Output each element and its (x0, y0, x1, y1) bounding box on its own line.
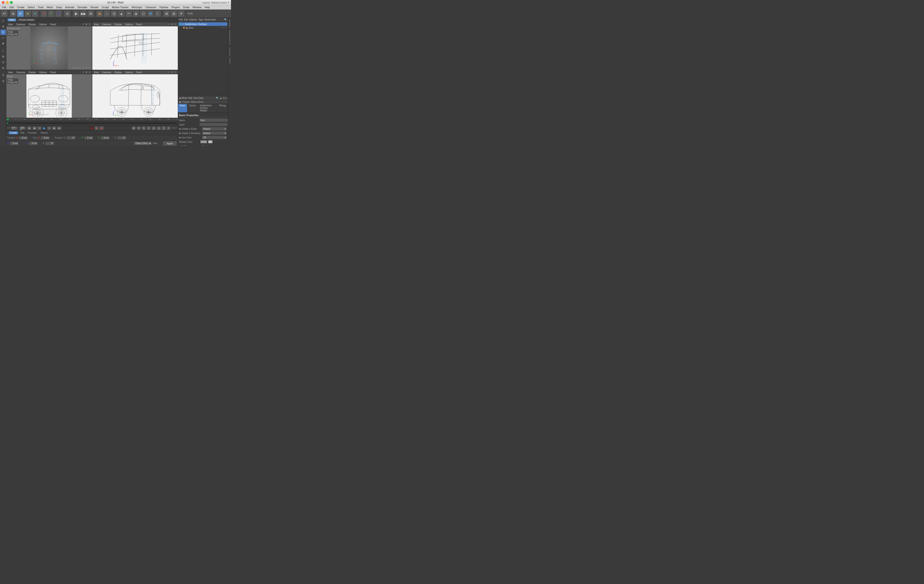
prop-userdata-tab[interactable]: User Data (193, 97, 203, 99)
vp-tr-menu-panel[interactable]: Panel (135, 23, 143, 26)
camera-button[interactable]: ⊡ (111, 10, 117, 17)
prop-vis-editor-radio[interactable]: ◉ (179, 128, 181, 130)
sidebar-move[interactable]: ⊕ (0, 24, 6, 29)
world-axis-button[interactable]: ⊙ (64, 10, 71, 17)
axis-z-button[interactable]: Z (55, 10, 62, 17)
prop-header-more[interactable]: ≡ (226, 97, 227, 99)
obj-mgr-tags[interactable]: Tags (198, 18, 203, 21)
prop-display-color-swatch[interactable] (200, 140, 207, 143)
vp-tr-ctrl-3[interactable]: ✕ (174, 23, 177, 25)
vp-bl-menu-view[interactable]: View (7, 71, 14, 74)
size-x-input[interactable] (40, 136, 50, 140)
constraint-button[interactable]: ✦ (178, 10, 185, 17)
transport-3[interactable]: ⊟ (142, 126, 146, 130)
menu-item-edit[interactable]: Edit (8, 6, 15, 9)
rot-b-input[interactable] (45, 141, 54, 145)
menu-item-create[interactable]: Create (16, 6, 26, 9)
menu-item-file[interactable]: File (1, 6, 8, 9)
menu-item-tools[interactable]: Tools (36, 6, 45, 9)
menu-item-simulate[interactable]: Simulate (76, 6, 89, 9)
frame-end-input[interactable]: 100 F (19, 126, 26, 130)
tree-item-check-disc[interactable]: ✓ (220, 26, 222, 29)
bottom-tab-function[interactable]: Function (26, 132, 38, 134)
size-only-btn[interactable]: Size (153, 142, 162, 145)
sidebar-knife[interactable]: ╱ (0, 48, 6, 54)
sidebar-transform[interactable]: ✥ (0, 41, 6, 46)
bottom-handle[interactable] (7, 132, 8, 135)
goto-start-button[interactable]: ⏮ (27, 126, 31, 130)
prop-xray-checkbox[interactable] (202, 145, 205, 146)
auto-keyframe-button[interactable]: ● (94, 126, 99, 130)
sidebar-rotate[interactable]: ↻ (0, 30, 6, 35)
select-tool-button[interactable]: ✕ (31, 10, 38, 17)
play-button[interactable]: ▶ (42, 126, 46, 130)
rot-p-input[interactable] (117, 136, 126, 140)
vp-tr-ctrl-1[interactable]: ⤢ (168, 23, 170, 25)
size-z-input[interactable] (29, 141, 38, 145)
prop-vis-renderer-dropdown[interactable]: Default ▾ (202, 132, 227, 135)
menu-item-mesh[interactable]: Mesh (46, 6, 54, 9)
prop-layer-input[interactable] (200, 123, 228, 126)
vp-tl-ctrl-2[interactable]: ⊞ (85, 23, 88, 25)
render-to-picture-button[interactable]: ▶▶ (80, 10, 87, 17)
prop-use-color-radio[interactable]: ◉ (179, 137, 181, 138)
scale-tool-button[interactable]: ✕ (24, 10, 31, 17)
undo-button[interactable]: ↩ (1, 10, 8, 17)
vp-br-menu-view[interactable]: View (93, 71, 100, 74)
prop-header-up[interactable]: ▲ (219, 97, 222, 99)
vp-tl-menu-cameras[interactable]: Cameras (15, 23, 26, 26)
apply-button[interactable]: Apply (163, 141, 177, 146)
move-tool-button[interactable]: ⊕ (10, 10, 16, 17)
rotate-tool-button[interactable]: ✕ (17, 10, 24, 17)
render-settings-button[interactable]: ⚙ (87, 10, 94, 17)
tree-item-disc[interactable]: ▦ Disc ✓ ✕ ● (178, 26, 228, 30)
vp-br-menu-panel[interactable]: Panel (135, 71, 143, 74)
vp-bl-menu-options[interactable]: Options (38, 71, 48, 74)
vp-br-menu-display[interactable]: Display (114, 71, 122, 74)
motion-button[interactable]: ◉ (99, 126, 104, 130)
prop-tab-basic[interactable]: Basic (178, 104, 187, 112)
next-frame-button[interactable]: ▶ (52, 126, 57, 130)
vp-br-ctrl-1[interactable]: ⤢ (168, 71, 170, 73)
axis-y-button[interactable]: Y (48, 10, 54, 17)
obj-mgr-edit[interactable]: Edit (184, 18, 188, 21)
timeline-ruler[interactable]: 0510152025303540455055606570758085900 F (7, 118, 178, 121)
prop-name-input[interactable] (200, 118, 228, 122)
maximize-button[interactable] (10, 1, 13, 4)
transport-1[interactable]: ⊞ (131, 126, 136, 130)
prop-header-arrows[interactable]: ⊡ (223, 97, 224, 99)
vp-bl-menu-panel[interactable]: Panel (50, 71, 57, 74)
sidebar-live-selection[interactable]: ⬡ (0, 18, 6, 24)
prop-xray-radio[interactable]: ◉ (179, 145, 181, 146)
render-button[interactable]: ▶ (73, 10, 79, 17)
prop-edit-tab[interactable]: Edit (188, 97, 192, 99)
sidebar-loop-cut[interactable]: ⊞ (0, 54, 6, 59)
obj-mgr-search-icon[interactable]: 🔍 (224, 18, 227, 21)
tree-item-vis-disc[interactable]: ✕ (223, 26, 224, 29)
transport-7[interactable]: ◳ (162, 126, 166, 130)
prop-use-color-dropdown[interactable]: Off ▾ (202, 136, 227, 139)
prop-vis-renderer-radio[interactable]: ◉ (179, 132, 181, 134)
view-tab-view[interactable]: View (7, 18, 16, 21)
object-button[interactable]: ▲ (118, 10, 125, 17)
transport-8[interactable]: ≡ (167, 126, 171, 130)
object-rel-select[interactable]: Object (Rel) (134, 141, 152, 145)
prop-mode-tab[interactable]: Mode (182, 97, 187, 99)
deformer-button[interactable]: ⬡ (140, 10, 147, 17)
obj-mgr-file[interactable]: File (179, 18, 183, 21)
vp-tr-menu-view[interactable]: View (93, 23, 100, 26)
vp-tr-ctrl-2[interactable]: ⊞ (171, 23, 174, 25)
vp-bl-ctrl-1[interactable]: ⤢ (82, 71, 84, 73)
menu-item-snap[interactable]: Snap (55, 6, 63, 9)
vp-bl-menu-display[interactable]: Display (28, 71, 36, 74)
obj-mgr-objects[interactable]: Objects (189, 18, 197, 21)
transport-2[interactable]: ⊡ (137, 126, 141, 130)
goto-end-button[interactable]: ⏭ (57, 126, 62, 130)
sidebar-extrude[interactable]: ⊡ (0, 59, 6, 65)
sidebar-scale[interactable]: ⤢ (0, 35, 6, 41)
menu-item-sculpt[interactable]: Sculpt (101, 6, 110, 9)
pos-x-input[interactable] (19, 136, 28, 140)
prev-keyframe-button[interactable]: ◁ (37, 126, 41, 130)
menu-item-plugins[interactable]: Plugins (170, 6, 181, 9)
viewport-bottom-right[interactable]: View Cameras Display Options Panel ⤢ ⊞ ✕ (92, 70, 178, 118)
